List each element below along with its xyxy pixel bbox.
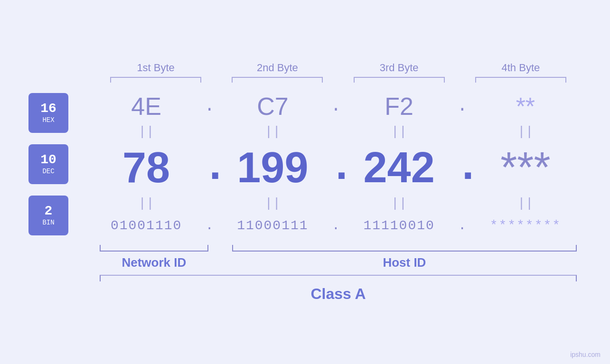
hex-row: 4E . C7 . F2 . **	[90, 87, 582, 125]
bin-dot-3: .	[455, 218, 469, 233]
bin-b4: ********	[469, 218, 582, 233]
class-bracket	[100, 275, 577, 281]
eq2-b4: ||	[469, 197, 582, 210]
badge-dec: 10 DEC	[28, 144, 68, 184]
byte-headers: 1st Byte 2nd Byte 3rd Byte 4th Byte	[28, 62, 582, 83]
class-row: Class A	[28, 275, 582, 303]
eq1-b3: ||	[343, 125, 455, 139]
bracket-top-4	[475, 77, 566, 83]
eq2-b2: ||	[216, 197, 328, 210]
bracket-top-3	[354, 77, 445, 83]
dec-b1: 78	[90, 143, 202, 192]
bin-b1: 01001110	[90, 218, 202, 233]
equals-row-2: || || || ||	[90, 197, 582, 210]
badge-hex-num: 16	[40, 102, 56, 116]
byte-label-4: 4th Byte	[460, 62, 582, 74]
badges-column: 16 HEX 10 DEC 2 BIN	[28, 87, 90, 241]
equals-row-1: || || || ||	[90, 125, 582, 139]
badge-bin: 2 BIN	[28, 196, 68, 235]
byte-col-2: 2nd Byte	[216, 62, 338, 83]
badge-dec-label: DEC	[42, 168, 54, 175]
values-grid: 4E . C7 . F2 . ** || ||	[90, 87, 582, 241]
main-container: 1st Byte 2nd Byte 3rd Byte 4th Byte 16 H…	[0, 0, 610, 364]
eq1-b4: ||	[469, 125, 582, 139]
host-id-section: Host ID	[227, 245, 582, 270]
eq2-b3: ||	[343, 197, 455, 210]
host-id-label: Host ID	[383, 255, 426, 270]
dec-b4: ***	[469, 143, 582, 192]
hex-b4: **	[469, 92, 582, 121]
bin-b2: 11000111	[216, 218, 328, 233]
hex-dot-3: .	[455, 96, 469, 116]
dec-dot-3: .	[455, 143, 469, 192]
hex-dot-2: .	[329, 96, 343, 116]
bin-row: 01001110 . 11000111 . 11110010 . *******…	[90, 210, 582, 241]
hex-b3: F2	[343, 92, 455, 121]
network-id-bracket	[100, 245, 208, 252]
badge-hex-label: HEX	[42, 116, 54, 124]
byte-label-2: 2nd Byte	[216, 62, 338, 74]
hex-b2: C7	[216, 92, 328, 121]
eq1-b1: ||	[90, 125, 202, 139]
hex-dot-1: .	[202, 96, 216, 116]
bracket-top-2	[232, 77, 323, 83]
network-id-label: Network ID	[122, 255, 186, 270]
byte-col-4: 4th Byte	[460, 62, 582, 83]
dec-b2: 199	[216, 143, 328, 192]
watermark: ipshu.com	[570, 351, 601, 358]
bin-dot-2: .	[329, 218, 343, 233]
hex-b1: 4E	[90, 92, 202, 121]
bottom-labels-section: Network ID Host ID	[28, 245, 582, 270]
dec-b3: 242	[343, 143, 455, 192]
bin-b3: 11110010	[343, 218, 455, 233]
badge-hex: 16 HEX	[28, 93, 68, 133]
eq1-b2: ||	[216, 125, 328, 139]
byte-col-1: 1st Byte	[95, 62, 216, 83]
network-id-section: Network ID	[95, 245, 213, 270]
eq2-b1: ||	[90, 197, 202, 210]
badge-bin-num: 2	[45, 204, 53, 219]
dec-dot-1: .	[202, 143, 216, 192]
byte-label-3: 3rd Byte	[338, 62, 460, 74]
badge-dec-num: 10	[40, 153, 56, 168]
badge-bin-label: BIN	[42, 219, 54, 226]
host-id-bracket	[232, 245, 577, 252]
dec-row: 78 . 199 . 242 . ***	[90, 139, 582, 197]
bracket-top-1	[110, 77, 201, 83]
bin-dot-1: .	[202, 218, 216, 233]
byte-col-3: 3rd Byte	[338, 62, 460, 83]
data-area: 16 HEX 10 DEC 2 BIN 4E . C7	[28, 87, 582, 241]
dec-dot-2: .	[329, 143, 343, 192]
byte-label-1: 1st Byte	[95, 62, 216, 74]
class-label: Class A	[95, 285, 582, 303]
